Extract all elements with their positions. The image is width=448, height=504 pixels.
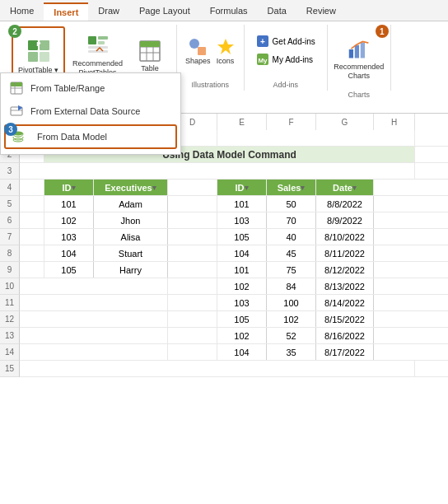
cell-f8[interactable]: 45 xyxy=(267,245,316,261)
cell-d12[interactable] xyxy=(168,311,217,327)
cell-f13[interactable]: 52 xyxy=(267,328,316,343)
cell-b11[interactable] xyxy=(20,295,168,310)
cell-d13[interactable] xyxy=(168,328,217,343)
recommended-charts-button[interactable]: RecommendedCharts xyxy=(334,30,384,89)
dropdown-arrow-exec[interactable]: ▾ xyxy=(152,184,156,192)
cell-c4[interactable]: Executives ▾ xyxy=(94,180,168,195)
cell-e9[interactable]: 101 xyxy=(217,262,267,278)
illustrations-label: Illustrations xyxy=(192,79,230,89)
dropdown-arrow-id2[interactable]: ▾ xyxy=(245,184,249,192)
tab-data[interactable]: Data xyxy=(258,2,296,19)
cell-d10[interactable] xyxy=(168,278,217,294)
tab-review[interactable]: Review xyxy=(296,2,346,19)
tab-page-layout[interactable]: Page Layout xyxy=(129,2,200,19)
cell-g14[interactable]: 8/17/2022 xyxy=(316,344,374,360)
shapes-button[interactable]: Shapes xyxy=(185,37,211,65)
svg-rect-5 xyxy=(88,36,96,44)
cell-b8[interactable]: 104 xyxy=(44,245,94,261)
cell-c8[interactable]: Stuart xyxy=(94,245,168,261)
cell-g12[interactable]: 8/15/2022 xyxy=(316,311,374,327)
get-addins-button[interactable]: + Get Add-ins xyxy=(251,33,320,49)
dropdown-arrow-date[interactable]: ▾ xyxy=(352,184,357,192)
cell-f6[interactable]: 70 xyxy=(267,212,316,228)
cell-d11[interactable] xyxy=(168,295,217,310)
cell-d8[interactable] xyxy=(168,245,217,261)
cell-d7[interactable] xyxy=(168,229,217,245)
cell-e5[interactable]: 101 xyxy=(217,196,267,212)
cell-e7[interactable]: 105 xyxy=(217,229,267,245)
cell-c6[interactable]: Jhon xyxy=(94,212,168,228)
tab-draw[interactable]: Draw xyxy=(88,2,129,19)
cell-g7[interactable]: 8/10/2022 xyxy=(316,229,374,245)
cell-e11[interactable]: 103 xyxy=(217,295,267,310)
cell-g9[interactable]: 8/12/2022 xyxy=(316,262,374,278)
table-range-icon xyxy=(9,81,24,96)
cell-b14[interactable] xyxy=(20,344,168,360)
col-header-e: E xyxy=(217,114,267,130)
cell-c5[interactable]: Adam xyxy=(94,196,168,212)
cell-f11[interactable]: 100 xyxy=(267,295,316,310)
cell-e6[interactable]: 103 xyxy=(217,212,267,228)
cell-d14[interactable] xyxy=(168,344,217,360)
cell-a5[interactable] xyxy=(20,196,44,212)
cell-c9[interactable]: Harry xyxy=(94,262,168,278)
cell-b12[interactable] xyxy=(20,311,168,327)
cell-b13[interactable] xyxy=(20,328,168,343)
cell-b6[interactable]: 102 xyxy=(44,212,94,228)
cell-e13[interactable]: 102 xyxy=(217,328,267,343)
cell-f4[interactable]: Sales ▾ xyxy=(267,180,316,195)
svg-rect-15 xyxy=(140,41,160,47)
cell-g10[interactable]: 8/13/2022 xyxy=(316,278,374,294)
cell-f7[interactable]: 40 xyxy=(267,229,316,245)
from-data-model-item[interactable]: 3 From Data Model xyxy=(4,124,177,149)
icons-label: Icons xyxy=(217,57,235,65)
cell-a4[interactable] xyxy=(20,180,44,195)
cell-f5[interactable]: 50 xyxy=(267,196,316,212)
get-addins-icon: + xyxy=(256,35,269,48)
icons-button[interactable]: Icons xyxy=(216,37,236,65)
from-table-range-item[interactable]: From Table/Range xyxy=(1,77,180,100)
cell-a15[interactable] xyxy=(20,361,415,376)
cell-b9[interactable]: 105 xyxy=(44,262,94,278)
tab-insert[interactable]: Insert xyxy=(44,2,88,21)
cell-b4[interactable]: ID ▾ xyxy=(44,180,94,195)
cell-a7[interactable] xyxy=(20,229,44,245)
cell-c7[interactable]: Alisa xyxy=(94,229,168,245)
cell-a6[interactable] xyxy=(20,212,44,228)
my-addins-button[interactable]: My My Add-ins xyxy=(251,51,320,68)
cell-d1[interactable] xyxy=(217,130,415,146)
cell-d5[interactable] xyxy=(168,196,217,212)
table-row: 7 103 Alisa 105 40 8/10/2022 xyxy=(0,229,448,245)
cell-g11[interactable]: 8/14/2022 xyxy=(316,295,374,310)
cell-d6[interactable] xyxy=(168,212,217,228)
tab-formulas[interactable]: Formulas xyxy=(200,2,258,19)
cell-f10[interactable]: 84 xyxy=(267,278,316,294)
cell-e14[interactable]: 104 xyxy=(217,344,267,360)
cell-f12[interactable]: 102 xyxy=(267,311,316,327)
tab-home[interactable]: Home xyxy=(0,2,44,19)
cell-f14[interactable]: 35 xyxy=(267,344,316,360)
cell-g4[interactable]: Date ▾ xyxy=(316,180,374,195)
cell-f9[interactable]: 75 xyxy=(267,262,316,278)
cell-g5[interactable]: 8/8/2022 xyxy=(316,196,374,212)
table-row: 12 105 102 8/15/2022 xyxy=(0,311,448,328)
cell-a3[interactable] xyxy=(20,163,415,179)
table-row: 5 101 Adam 101 50 8/8/2022 xyxy=(0,196,448,212)
cell-d4[interactable] xyxy=(168,180,217,195)
cell-b7[interactable]: 103 xyxy=(44,229,94,245)
cell-e8[interactable]: 104 xyxy=(217,245,267,261)
cell-e12[interactable]: 105 xyxy=(217,311,267,327)
cell-g6[interactable]: 8/9/2022 xyxy=(316,212,374,228)
cell-g13[interactable]: 8/16/2022 xyxy=(316,328,374,343)
dropdown-arrow-id1[interactable]: ▾ xyxy=(72,184,76,192)
cell-a9[interactable] xyxy=(20,262,44,278)
cell-d9[interactable] xyxy=(168,262,217,278)
cell-e10[interactable]: 102 xyxy=(217,278,267,294)
from-external-item[interactable]: From External Data Source xyxy=(1,100,180,123)
cell-a8[interactable] xyxy=(20,245,44,261)
cell-b10[interactable] xyxy=(20,278,168,294)
dropdown-arrow-sales[interactable]: ▾ xyxy=(301,184,305,192)
cell-g8[interactable]: 8/11/2022 xyxy=(316,245,374,261)
cell-b5[interactable]: 101 xyxy=(44,196,94,212)
cell-e4[interactable]: ID ▾ xyxy=(217,180,267,195)
